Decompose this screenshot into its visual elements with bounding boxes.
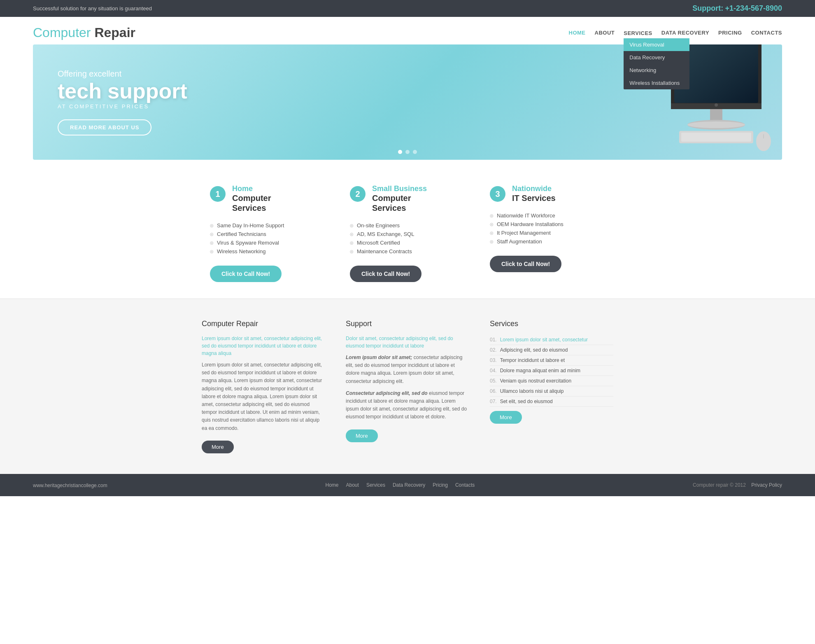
list-item: Maintenance Contracts	[350, 247, 465, 256]
more-button-cr[interactable]: More	[202, 441, 234, 453]
services-list-link-1[interactable]: Lorem ipsum dolor sit amet, consectetur	[500, 337, 588, 343]
info-support-body2: Consectetur adipiscing elit, sed do eius…	[346, 390, 469, 421]
service-main-title-2: ComputerServices	[372, 193, 427, 213]
hero-dot-3[interactable]	[413, 150, 417, 154]
services-section: 1 Home ComputerServices Same Day In-Home…	[0, 160, 815, 299]
footer-nav-pricing[interactable]: Pricing	[433, 482, 448, 488]
service-list-1: Same Day In-Home Support Certified Techn…	[210, 221, 325, 256]
info-support-teal: Dolor sit amet, consectetur adipiscing e…	[346, 335, 469, 350]
footer-privacy[interactable]: Privacy Policy	[751, 482, 782, 488]
hero-cta-button[interactable]: READ MORE ABOUT US	[58, 119, 151, 135]
info-services-heading: Services	[490, 320, 613, 328]
nav-data-recovery[interactable]: DATA RECOVERY	[661, 30, 709, 36]
hero-dots	[398, 150, 417, 154]
call-button-1[interactable]: Click to Call Now!	[210, 266, 282, 282]
info-support-body1: Lorem ipsum dolor sit amet; consectetur …	[346, 354, 469, 385]
dropdown-virus-removal[interactable]: Virus Removal	[624, 38, 689, 51]
nav-services[interactable]: SERVICES	[624, 30, 652, 36]
more-button-services[interactable]: More	[490, 411, 522, 424]
service-number-2: 2	[350, 186, 366, 202]
service-main-title-1: ComputerServices	[232, 193, 271, 213]
hero-dot-1[interactable]	[398, 150, 402, 154]
dropdown-networking[interactable]: Networking	[624, 64, 689, 77]
list-item: Nationwide IT Workforce	[490, 211, 605, 220]
footer-nav: Home About Services Data Recovery Pricin…	[326, 482, 477, 488]
footer-nav-home[interactable]: Home	[326, 482, 339, 488]
list-item: Staff Augmentation	[490, 237, 605, 246]
service-header-2: 2 Small Business ComputerServices	[350, 184, 465, 213]
list-item: 01. Lorem ipsum dolor sit amet, consecte…	[490, 335, 613, 345]
list-item: Same Day In-Home Support	[210, 221, 325, 230]
list-item: OEM Hardware Installations	[490, 220, 605, 229]
list-item: AD, MS Exchange, SQL	[350, 230, 465, 238]
service-highlight-2: Small Business	[372, 184, 427, 193]
list-item: On-site Engineers	[350, 221, 465, 230]
service-header-1: 1 Home ComputerServices	[210, 184, 325, 213]
services-dropdown: Virus Removal Data Recovery Networking W…	[624, 38, 689, 89]
service-highlight-3: Nationwide	[512, 184, 556, 193]
list-item: 05. Veniam quis nostrud exercitation	[490, 376, 613, 386]
services-numbered-list: 01. Lorem ipsum dolor sit amet, consecte…	[490, 335, 613, 407]
footer-nav-data-recovery[interactable]: Data Recovery	[393, 482, 425, 488]
service-number-1: 1	[210, 186, 226, 202]
list-item: 03. Tempor incididunt ut labore et	[490, 355, 613, 366]
more-button-support[interactable]: More	[346, 429, 378, 442]
footer-nav-services[interactable]: Services	[366, 482, 385, 488]
footer-nav-contacts[interactable]: Contacts	[455, 482, 475, 488]
nav-about[interactable]: ABOUT	[595, 30, 615, 36]
list-item: Microsoft Certified	[350, 238, 465, 247]
service-main-title-3: IT Services	[512, 193, 556, 203]
service-list-2: On-site Engineers AD, MS Exchange, SQL M…	[350, 221, 465, 256]
info-cr-body: Lorem ipsum dolor sit amet, consectetur …	[202, 361, 325, 432]
dropdown-data-recovery[interactable]: Data Recovery	[624, 51, 689, 64]
info-computer-repair-heading: Computer Repair	[202, 320, 325, 328]
info-services-list: Services 01. Lorem ipsum dolor sit amet,…	[490, 320, 613, 453]
nav-home[interactable]: HOME	[569, 30, 586, 36]
service-number-3: 3	[490, 186, 505, 202]
info-support-heading: Support	[346, 320, 469, 328]
info-support-bold: Lorem ipsum dolor sit amet;	[346, 355, 412, 360]
service-header-3: 3 Nationwide IT Services	[490, 184, 605, 203]
info-section: Computer Repair Lorem ipsum dolor sit am…	[0, 299, 815, 474]
service-col-2: 2 Small Business ComputerServices On-sit…	[350, 184, 465, 282]
list-item: Virus & Spyware Removal	[210, 238, 325, 247]
header: Computer Repair HOME ABOUT SERVICES Viru…	[0, 17, 815, 44]
hero-dot-2[interactable]	[405, 150, 410, 154]
svg-rect-9	[681, 133, 751, 142]
service-col-1: 1 Home ComputerServices Same Day In-Home…	[210, 184, 325, 282]
list-item: Certified Technicians	[210, 230, 325, 238]
nav-contacts[interactable]: CONTACTS	[751, 30, 782, 36]
footer-url-link[interactable]: www.heritagechristiancollege.com	[33, 483, 107, 488]
list-item: Wireless Networking	[210, 247, 325, 256]
service-title-1: Home ComputerServices	[232, 184, 271, 213]
footer-right: Computer repair © 2012 Privacy Policy	[693, 482, 782, 488]
call-button-3[interactable]: Click to Call Now!	[490, 256, 561, 272]
support-info: Support: +1-234-567-8900	[692, 4, 782, 13]
logo: Computer Repair	[33, 25, 135, 40]
hero-offering: Offering excellent	[58, 69, 187, 79]
call-button-2[interactable]: Click to Call Now!	[350, 266, 421, 282]
info-cr-teal: Lorem ipsum dolor sit amet, consectetur …	[202, 335, 325, 357]
footer-nav-about[interactable]: About	[346, 482, 359, 488]
info-support: Support Dolor sit amet, consectetur adip…	[346, 320, 469, 453]
svg-point-7	[715, 103, 718, 107]
hero-text: Offering excellent tech support AT COMPE…	[33, 53, 212, 152]
main-nav: HOME ABOUT SERVICES Virus Removal Data R…	[569, 29, 782, 37]
footer-url: www.heritagechristiancollege.com	[33, 481, 109, 489]
footer-copyright: Computer repair © 2012	[693, 482, 746, 488]
service-list-3: Nationwide IT Workforce OEM Hardware Ins…	[490, 211, 605, 246]
list-item: 02. Adipiscing elit, sed do eiusmod	[490, 345, 613, 355]
tagline: Successful solution for any situation is…	[33, 5, 152, 12]
support-label: Support:	[692, 4, 723, 12]
info-computer-repair: Computer Repair Lorem ipsum dolor sit am…	[202, 320, 325, 453]
info-support-bold2: Consectetur adipiscing elit, sed do	[346, 390, 428, 396]
nav-pricing[interactable]: PRICING	[718, 30, 742, 36]
footer: www.heritagechristiancollege.com Home Ab…	[0, 474, 815, 496]
top-bar: Successful solution for any situation is…	[0, 0, 815, 17]
nav-services-item: SERVICES Virus Removal Data Recovery Net…	[624, 29, 652, 37]
service-title-3: Nationwide IT Services	[512, 184, 556, 203]
hero-competitive: AT COMPETITIVE PRICES	[58, 103, 187, 110]
list-item: 04. Dolore magna aliquat enim ad minim	[490, 366, 613, 376]
dropdown-wireless[interactable]: Wireless Installations	[624, 77, 689, 89]
list-item: 06. Ullamco laboris nisi ut aliquip	[490, 386, 613, 397]
